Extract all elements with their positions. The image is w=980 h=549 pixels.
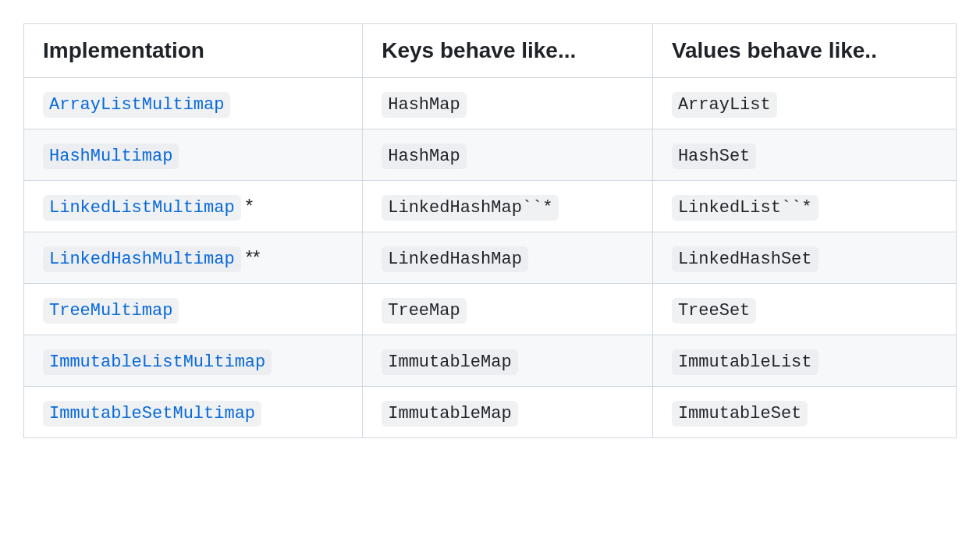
- keys-cell: HashMap: [363, 129, 653, 181]
- keys-cell: LinkedHashMap``*: [363, 181, 653, 232]
- impl-cell: ArrayListMultimap: [24, 78, 363, 129]
- table-row: LinkedHashMultimap** LinkedHashMap Linke…: [24, 232, 957, 284]
- header-implementation: Implementation: [24, 24, 363, 78]
- table-row: ImmutableListMultimap ImmutableMap Immut…: [24, 335, 957, 387]
- impl-link[interactable]: HashMultimap: [43, 143, 179, 169]
- impl-link[interactable]: ArrayListMultimap: [43, 92, 230, 118]
- values-code: ImmutableSet: [672, 401, 808, 427]
- keys-code: HashMap: [382, 143, 466, 169]
- impl-link[interactable]: ImmutableSetMultimap: [43, 401, 261, 427]
- impl-cell: LinkedListMultimap*: [24, 181, 363, 232]
- keys-code: ImmutableMap: [382, 401, 517, 427]
- values-code: LinkedList``*: [672, 195, 818, 221]
- keys-code: LinkedHashMap: [382, 246, 528, 272]
- values-code: ImmutableList: [672, 349, 818, 375]
- values-cell: LinkedHashSet: [652, 232, 956, 284]
- table-row: HashMultimap HashMap HashSet: [24, 129, 957, 181]
- impl-link[interactable]: LinkedHashMultimap: [43, 246, 241, 272]
- values-cell: ArrayList: [652, 78, 956, 129]
- impl-cell: LinkedHashMultimap**: [24, 232, 363, 284]
- keys-code: ImmutableMap: [382, 349, 517, 375]
- impl-link[interactable]: LinkedListMultimap: [43, 195, 241, 221]
- values-code: LinkedHashSet: [672, 246, 818, 272]
- table-row: LinkedListMultimap* LinkedHashMap``* Lin…: [24, 181, 957, 232]
- impl-suffix: **: [246, 246, 261, 267]
- values-cell: ImmutableSet: [652, 387, 956, 438]
- table-row: ImmutableSetMultimap ImmutableMap Immuta…: [24, 387, 957, 438]
- table-row: ArrayListMultimap HashMap ArrayList: [24, 78, 957, 129]
- impl-cell: TreeMultimap: [24, 284, 363, 335]
- keys-cell: LinkedHashMap: [363, 232, 653, 284]
- keys-cell: TreeMap: [363, 284, 653, 335]
- table-row: TreeMultimap TreeMap TreeSet: [24, 284, 957, 335]
- impl-cell: ImmutableSetMultimap: [24, 387, 363, 438]
- values-code: ArrayList: [672, 92, 777, 118]
- header-values: Values behave like..: [652, 24, 956, 78]
- keys-cell: ImmutableMap: [363, 387, 653, 438]
- values-cell: ImmutableList: [652, 335, 956, 387]
- values-code: TreeSet: [672, 298, 756, 324]
- content-container: Implementation Keys behave like... Value…: [23, 23, 957, 438]
- impl-cell: HashMultimap: [24, 129, 363, 181]
- values-cell: LinkedList``*: [652, 181, 956, 232]
- header-keys: Keys behave like...: [363, 24, 653, 78]
- impl-suffix: *: [246, 195, 253, 216]
- impl-link[interactable]: TreeMultimap: [43, 298, 179, 324]
- keys-code: HashMap: [382, 92, 466, 118]
- values-cell: HashSet: [652, 129, 956, 181]
- multimap-table: Implementation Keys behave like... Value…: [23, 23, 957, 438]
- values-cell: TreeSet: [652, 284, 956, 335]
- keys-cell: HashMap: [363, 78, 653, 129]
- keys-code: TreeMap: [382, 298, 466, 324]
- impl-link[interactable]: ImmutableListMultimap: [43, 349, 272, 375]
- keys-code: LinkedHashMap``*: [382, 195, 559, 221]
- impl-cell: ImmutableListMultimap: [24, 335, 363, 387]
- values-code: HashSet: [672, 143, 756, 169]
- keys-cell: ImmutableMap: [363, 335, 653, 387]
